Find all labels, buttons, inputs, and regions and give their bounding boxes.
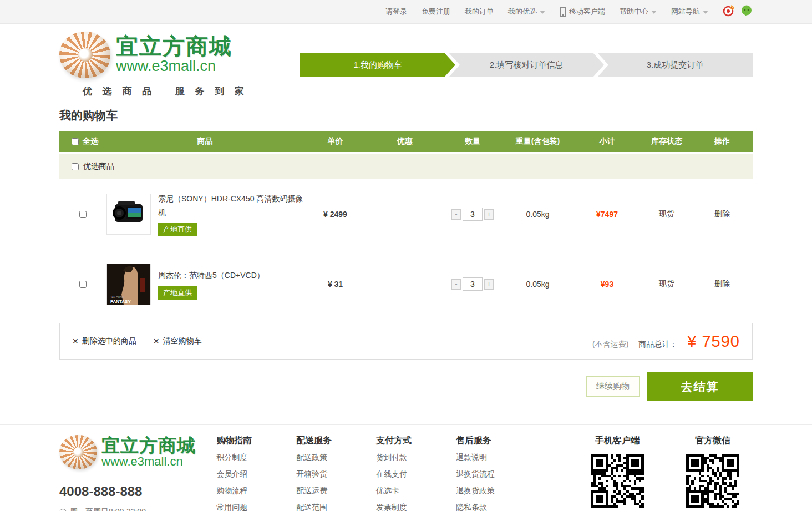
footer-link[interactable]: 在线支付 [376,466,456,482]
footer-column-aftersales: 售后服务 退款说明 退换货流程 退换货政策 隐私条款 [456,435,536,511]
x-icon: ✕ [72,337,79,346]
step-order-info: 2.填写核对订单信息 [449,53,604,77]
chevron-down-icon [703,11,708,14]
item-weight: 0.05kg [503,210,572,219]
continue-shopping-button[interactable]: 继续购物 [586,376,640,397]
item-subtotal: ¥7497 [572,210,642,219]
product-name[interactable]: 索尼（SONY）HDR-CX450 高清数码摄像机 [158,192,303,219]
column-action: 操作 [692,136,753,146]
qr-mobile-app: 手机客户端 [577,435,657,511]
unit-price: ¥ 2499 [303,210,367,219]
my-orders-link[interactable]: 我的订单 [465,7,494,17]
column-subtotal: 小计 [572,136,642,146]
chevron-down-icon [540,11,545,14]
clock-icon [59,509,67,511]
group-header-row: 优选商品 [59,154,753,179]
quantity-stepper: - + [451,208,494,221]
footer-link[interactable]: 积分制度 [216,449,296,466]
column-quantity: 数量 [442,136,503,146]
logo-slogan: 优 选 商 品 服 务 到 家 [83,85,248,98]
footer-link[interactable]: 退换货政策 [456,482,536,499]
unit-price: ¥ 31 [303,280,367,289]
mobile-client-link[interactable]: 移动客户端 [560,7,605,17]
footer-link[interactable]: 货到付款 [376,449,456,466]
logo-shell-image [59,435,97,469]
group-checkbox[interactable] [72,163,79,170]
quantity-input[interactable] [463,208,483,221]
footer-logo[interactable]: 宜立方商城 www.e3mall.cn [59,435,216,469]
footer: 宜立方商城 www.e3mall.cn 4008-888-888 周一至周日8:… [0,424,812,511]
column-product: 商品 [106,136,303,146]
item-weight: 0.05kg [503,280,572,289]
topbar: 请登录 免费注册 我的订单 我的优选 移动客户端 帮助中心 网站导航 [0,0,812,24]
footer-link[interactable]: 会员介绍 [216,466,296,482]
product-image-camcorder[interactable] [106,194,151,235]
footer-column-payment: 支付方式 货到付款 在线支付 优选卡 发票制度 [376,435,456,511]
delete-item-link[interactable]: 删除 [692,279,753,289]
logo-shell-image [59,32,110,78]
weibo-icon[interactable] [723,4,735,19]
group-label: 优选商品 [83,161,114,171]
footer-link[interactable]: 配送政策 [296,449,376,466]
product-image-album[interactable]: JAY CHOU FANTASY [106,264,151,305]
footer-link[interactable]: 发票制度 [376,499,456,511]
phone-icon [560,7,566,17]
product-name[interactable]: 周杰伦：范特西5（CD+VCD） [158,269,303,282]
clear-cart-button[interactable]: ✕ 清空购物车 [153,336,202,346]
freight-note: (不含运费) [592,340,628,350]
footer-column-delivery: 配送服务 配送政策 开箱验货 配送运费 配送范围 [296,435,376,511]
product-tag: 产地直供 [158,223,197,236]
footer-link[interactable]: 退换货流程 [456,466,536,482]
cart-item-row: JAY CHOU FANTASY 周杰伦：范特西5（CD+VCD） 产地直供 ¥… [59,250,753,318]
item-checkbox[interactable] [79,211,87,218]
footer-link[interactable]: 购物流程 [216,482,296,499]
checkout-button[interactable]: 去结算 [647,372,753,401]
delete-item-link[interactable]: 删除 [692,209,753,219]
wechat-icon[interactable] [740,4,753,19]
qr-code-image [591,454,644,508]
site-nav-menu[interactable]: 网站导航 [671,7,708,17]
quantity-increase-button[interactable]: + [484,209,494,220]
qr-code-image [686,454,739,508]
footer-link[interactable]: 隐私条款 [456,499,536,511]
chevron-down-icon [651,11,657,14]
logo-title: 宜立方商城 [116,35,232,57]
quantity-decrease-button[interactable]: - [451,209,461,220]
footer-link[interactable]: 优选卡 [376,482,456,499]
cart-item-row: 索尼（SONY）HDR-CX450 高清数码摄像机 产地直供 ¥ 2499 - … [59,179,753,250]
site-logo[interactable]: 宜立方商城 www.e3mall.cn 优 选 商 品 服 务 到 家 [59,32,248,98]
product-tag: 产地直供 [158,286,197,300]
x-icon: ✕ [153,337,160,346]
step-cart: 1.我的购物车 [300,53,455,77]
quantity-input[interactable] [463,277,483,291]
stock-status: 现货 [642,279,692,289]
footer-link[interactable]: 配送范围 [296,499,376,511]
stock-status: 现货 [642,209,692,219]
footer-link[interactable]: 开箱验货 [296,466,376,482]
total-value: ¥ 7590 [687,332,740,351]
item-checkbox[interactable] [79,281,87,288]
quantity-stepper: - + [451,277,494,291]
qr-wechat: 官方微信 [673,435,753,511]
login-link[interactable]: 请登录 [385,7,407,17]
help-center-menu[interactable]: 帮助中心 [620,7,657,17]
footer-link[interactable]: 配送运费 [296,482,376,499]
checkout-steps: 1.我的购物车 2.填写核对订单信息 3.成功提交订单 [300,53,753,77]
footer-link[interactable]: 退款说明 [456,449,536,466]
delete-selected-button[interactable]: ✕ 删除选中的商品 [72,336,136,346]
register-link[interactable]: 免费注册 [422,7,450,17]
service-hours: 周一至周日8:00-22:00 [59,507,216,511]
column-discount: 优惠 [367,136,442,146]
quantity-increase-button[interactable]: + [484,279,494,290]
cart-summary-bar: ✕ 删除选中的商品 ✕ 清空购物车 (不含运费) 商品总计： ¥ 7590 [59,323,753,360]
footer-column-shopping-guide: 购物指南 积分制度 会员介绍 购物流程 常用问题 [216,435,296,511]
service-phone: 4008-888-888 [59,484,216,499]
quantity-decrease-button[interactable]: - [451,279,461,290]
column-weight: 重量(含包装) [503,136,572,146]
my-picks-menu[interactable]: 我的优选 [508,7,545,17]
footer-link[interactable]: 常用问题 [216,499,296,511]
svg-text:FANTASY: FANTASY [110,299,131,304]
cart-table-header: 全选 商品 单价 优惠 数量 重量(含包装) 小计 库存状态 操作 [59,131,753,152]
column-stock: 库存状态 [642,136,692,146]
select-all-checkbox[interactable] [72,138,79,145]
